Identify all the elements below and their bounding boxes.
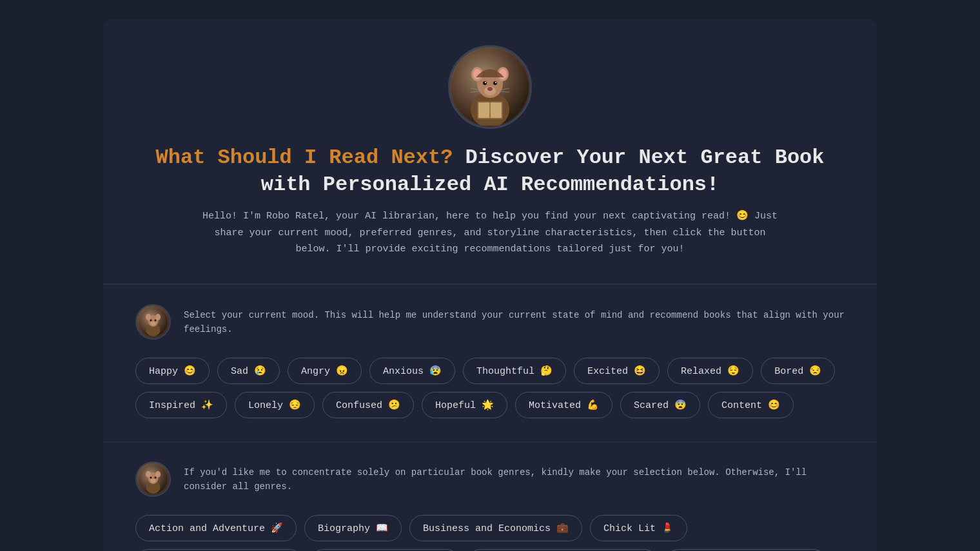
svg-point-24 <box>155 314 161 320</box>
main-container: What Should I Read Next? Discover Your N… <box>103 19 877 551</box>
mood-tag-scared[interactable]: Scared 😨 <box>620 392 700 418</box>
mood-tag-bored[interactable]: Bored 😒 <box>761 358 835 384</box>
page-wrapper: What Should I Read Next? Discover Your N… <box>0 0 980 551</box>
mood-tag-sad[interactable]: Sad 😢 <box>217 358 280 384</box>
mood-tag-inspired[interactable]: Inspired ✨ <box>135 392 227 418</box>
svg-point-8 <box>487 87 493 91</box>
genre-tag-action-and-adventure[interactable]: Action and Adventure 🚀 <box>135 515 297 541</box>
genre-avatar <box>135 461 171 497</box>
genre-tag-chick-lit[interactable]: Chick Lit 💄 <box>590 515 687 541</box>
mood-description: Select your current mood. This will help… <box>184 304 845 337</box>
genre-tag-business-and-economics[interactable]: Business and Economics 💼 <box>409 515 582 541</box>
svg-point-33 <box>151 479 156 483</box>
mood-tag-motivated[interactable]: Motivated 💪 <box>515 392 612 418</box>
mood-tag-thoughtful[interactable]: Thoughtful 🤔 <box>463 358 566 384</box>
mood-section-header: Select your current mood. This will help… <box>135 304 845 340</box>
hero-avatar <box>448 45 532 129</box>
genre-tag-biography[interactable]: Biography 📖 <box>304 515 402 541</box>
hero-title: What Should I Read Next? Discover Your N… <box>155 144 825 198</box>
mood-tag-content[interactable]: Content 😊 <box>708 392 794 418</box>
mood-avatar <box>135 304 171 340</box>
mood-tag-excited[interactable]: Excited 😆 <box>574 358 660 384</box>
hero-title-orange: What Should I Read Next? <box>156 146 453 169</box>
svg-point-26 <box>150 319 152 321</box>
mood-tag-relaxed[interactable]: Relaxed 😌 <box>667 358 753 384</box>
hero-subtitle: Hello! I'm Robo Ratel, your AI librarian… <box>200 208 780 258</box>
svg-point-35 <box>155 476 157 478</box>
svg-point-25 <box>151 322 156 325</box>
mood-tag-hopeful[interactable]: Hopeful 🌟 <box>422 392 507 418</box>
genre-section: If you'd like me to concentrate solely o… <box>103 441 877 551</box>
svg-point-31 <box>146 471 151 478</box>
svg-point-27 <box>155 319 157 321</box>
mood-section: Select your current mood. This will help… <box>103 284 877 441</box>
mood-tag-anxious[interactable]: Anxious 😰 <box>369 358 455 384</box>
hero-section: What Should I Read Next? Discover Your N… <box>103 19 877 284</box>
mood-tag-angry[interactable]: Angry 😠 <box>288 358 362 384</box>
mood-tag-lonely[interactable]: Lonely 😔 <box>235 392 315 418</box>
svg-point-9 <box>483 81 487 85</box>
genre-tags-container: Action and Adventure 🚀Biography 📖Busines… <box>135 515 845 551</box>
genre-description: If you'd like me to concentrate solely o… <box>184 461 845 494</box>
svg-point-23 <box>146 314 151 320</box>
mood-tag-happy[interactable]: Happy 😊 <box>135 358 210 384</box>
svg-point-11 <box>485 82 486 83</box>
mood-tags-container: Happy 😊Sad 😢Angry 😠Anxious 😰Thoughtful 🤔… <box>135 358 845 418</box>
mood-tag-confused[interactable]: Confused 😕 <box>322 392 414 418</box>
svg-point-10 <box>493 81 497 85</box>
svg-point-34 <box>150 476 152 478</box>
svg-point-32 <box>155 471 161 478</box>
svg-point-12 <box>495 82 496 83</box>
genre-section-header: If you'd like me to concentrate solely o… <box>135 461 845 497</box>
